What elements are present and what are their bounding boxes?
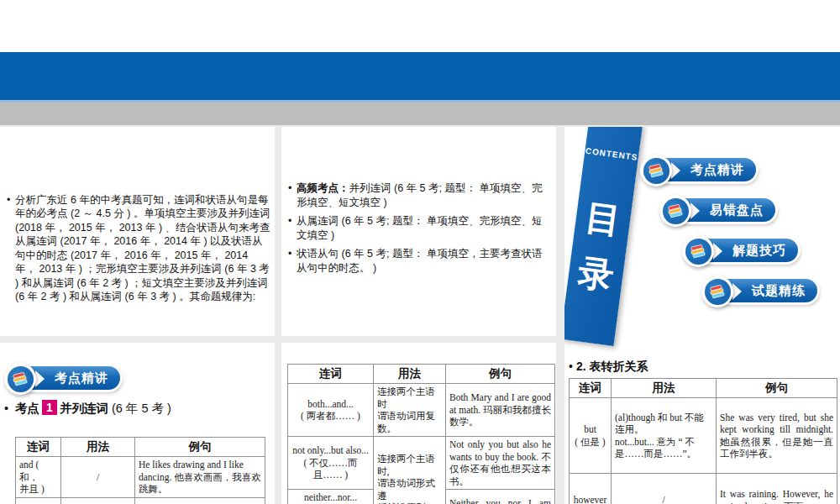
cell-usage-merged: 连接两个主语时, 谓语动词形式遵 循就近原则。 bbox=[374, 437, 446, 504]
contents-label: CONTENTS bbox=[585, 146, 639, 162]
nav-button-shiti-jinglian[interactable]: 试题精练 bbox=[701, 277, 819, 306]
bullet-lead: 高频考点： bbox=[297, 182, 349, 194]
chevron-right-icon bbox=[732, 283, 742, 300]
col-header: 用法 bbox=[612, 379, 717, 398]
cell-example: I don't like milk or juice. 我 bbox=[135, 497, 265, 504]
point-label: 考点 bbox=[15, 402, 39, 415]
nav-button-label: 解题技巧 bbox=[722, 239, 796, 262]
col-header: 连词 bbox=[16, 438, 61, 457]
table-row: both...and... ( 两者都…… ) 连接两个主语时 谓语动词用复数。… bbox=[288, 384, 555, 437]
chevron-right-icon bbox=[713, 243, 722, 260]
slide: 分析广东近 6 年的中考真题可知，连词和状语从句是每年的必考点 (2 ～ 4.5… bbox=[0, 0, 840, 504]
heading-text: 表转折关系 bbox=[586, 360, 648, 373]
nav-button-label: 试题精练 bbox=[742, 279, 816, 302]
nav-button-jieti-jiqiao[interactable]: 解题技巧 bbox=[682, 237, 800, 265]
point-suffix: (6 年 5 考 ) bbox=[108, 402, 171, 415]
key-points-panel: 高频考点：并列连词 (6 年 5 考; 题型： 单项填空、完形填空、短文填空 )… bbox=[281, 127, 556, 336]
icon-circle bbox=[682, 235, 714, 267]
gray-bar bbox=[0, 102, 840, 125]
col-header: 用法 bbox=[61, 438, 135, 457]
col-header: 连词 bbox=[288, 365, 374, 384]
key-points-list: 高频考点：并列连词 (6 年 5 考; 题型： 单项填空、完形填空、短文填空 )… bbox=[288, 181, 550, 280]
cell-usage: / bbox=[61, 457, 135, 498]
section-button-label: 考点精讲 bbox=[45, 366, 118, 390]
nav-button-yicuo-pandian[interactable]: 易错盘点 bbox=[659, 197, 777, 225]
contents-title-char: 目 bbox=[574, 198, 632, 240]
paired-conjunction-table: 连词 用法 例句 both...and... ( 两者都…… ) 连接两个主语时… bbox=[287, 364, 555, 504]
nav-button-label: 考点精讲 bbox=[680, 158, 754, 181]
contrast-conjunction-table: 连词 用法 例句 but ( 但是 ) (al)though 和 but 不能连… bbox=[569, 378, 837, 504]
exam-analysis-panel: 分析广东近 6 年的中考真题可知，连词和状语从句是每年的必考点 (2 ～ 4.5… bbox=[0, 127, 275, 336]
cell-example: It was raining. However, he arrived on t… bbox=[717, 474, 837, 504]
section1-panel: 考点精讲 考点1并列连词 (6 年 5 考 ) 连词 用法 例句 and ( 和… bbox=[0, 343, 275, 504]
cell-example: Not only you but also he wants to buy th… bbox=[446, 437, 555, 490]
table-row: and ( 和， 并且 ) / He likes drawing and I l… bbox=[16, 457, 265, 498]
title-blue-bar bbox=[0, 52, 840, 100]
col-header: 例句 bbox=[446, 365, 555, 384]
cell-usage: (al)though 和 but 不能连用。 not...but... 意为 “… bbox=[612, 398, 717, 474]
books-icon bbox=[663, 198, 689, 224]
col-header: 例句 bbox=[135, 438, 265, 457]
contents-title-char: 录 bbox=[567, 254, 625, 296]
cell-example: Both Mary and I are good at math. 玛丽和我都擅… bbox=[446, 384, 555, 437]
books-icon bbox=[705, 279, 731, 305]
heading-number: 2. bbox=[576, 360, 586, 373]
books-icon bbox=[643, 158, 669, 184]
cell-usage: / bbox=[612, 474, 717, 504]
bullet-text: 状语从句 (6 年 5 考; 题型： 单项填空，主要考查状语从句中的时态。 ) bbox=[297, 248, 542, 274]
bullet-text: 从属连词 (6 年 5 考; 题型： 单项填空、完形填空、短文填空 ) bbox=[297, 215, 542, 241]
list-item: 从属连词 (6 年 5 考; 题型： 单项填空、完形填空、短文填空 ) bbox=[288, 214, 550, 242]
cell-conjunction bbox=[16, 497, 61, 504]
icon-circle bbox=[640, 155, 672, 186]
table-row: but ( 但是 ) (al)though 和 but 不能连用。 not...… bbox=[570, 398, 837, 474]
cell-usage: 连接两个主语时 谓语动词用复数。 bbox=[374, 384, 446, 437]
col-header: 例句 bbox=[717, 379, 837, 398]
cell-example: She was very tired, but she kept working… bbox=[717, 398, 837, 474]
table-row: not only...but also... ( 不仅……而 且…… ) 连接两… bbox=[288, 437, 555, 490]
exam-analysis-paragraph: 分析广东近 6 年的中考真题可知，连词和状语从句是每年的必考点 (2 ～ 4.5… bbox=[7, 193, 270, 304]
nav-button-label: 易错盘点 bbox=[700, 198, 774, 222]
top-white-band bbox=[0, 0, 840, 52]
chevron-right-icon bbox=[35, 370, 45, 387]
table-row: 表并列时用于 I don't like milk or juice. 我 bbox=[16, 497, 265, 504]
col-header: 用法 bbox=[374, 365, 446, 384]
cell-usage: 表并列时用于 bbox=[61, 497, 135, 504]
cell-conjunction: but ( 但是 ) bbox=[570, 398, 612, 474]
contents-and-table-panel: CONTENTS 目 录 考点精讲 易错盘点 解题技 bbox=[564, 127, 840, 504]
cell-conjunction: and ( 和， 并且 ) bbox=[16, 457, 61, 498]
contents-ribbon: CONTENTS 目 录 bbox=[564, 127, 643, 346]
point-number-badge: 1 bbox=[42, 400, 57, 415]
point1-heading: 考点1并列连词 (6 年 5 考 ) bbox=[4, 400, 171, 417]
col-header: 连词 bbox=[570, 379, 612, 398]
cell-conjunction: however bbox=[570, 474, 612, 504]
coordinating-conjunction-table: 连词 用法 例句 and ( 和， 并且 ) / He likes drawin… bbox=[15, 437, 265, 504]
cell-conjunction: both...and... ( 两者都…… ) bbox=[288, 384, 374, 437]
table-row: however / It was raining. However, he ar… bbox=[570, 474, 837, 504]
books-icon bbox=[685, 239, 711, 265]
chevron-right-icon bbox=[671, 162, 680, 179]
chevron-right-icon bbox=[690, 202, 700, 219]
list-item: 状语从句 (6 年 5 考; 题型： 单项填空，主要考查状语从句中的时态。 ) bbox=[288, 247, 550, 275]
cell-conjunction: neither...nor... ( 既不……也 不…… ) bbox=[288, 490, 374, 504]
icon-circle bbox=[659, 195, 691, 227]
books-icon bbox=[8, 366, 34, 392]
icon-circle bbox=[4, 363, 36, 395]
icon-circle bbox=[701, 276, 733, 307]
section2-heading: 2. 表转折关系 bbox=[569, 360, 648, 375]
cell-example: Neither you nor I am wrong. 你和我都没错。 bbox=[446, 490, 555, 504]
cell-example: He likes drawing and I like dancing. 他喜欢… bbox=[135, 457, 265, 498]
section-header-button-kaodian-jingjiang[interactable]: 考点精讲 bbox=[4, 365, 122, 393]
nav-button-kaodian-jingjiang[interactable]: 考点精讲 bbox=[640, 156, 758, 185]
cell-conjunction: not only...but also... ( 不仅……而 且…… ) bbox=[288, 437, 374, 490]
paired-conjunction-panel: 连词 用法 例句 both...and... ( 两者都…… ) 连接两个主语时… bbox=[281, 343, 556, 504]
list-item: 高频考点：并列连词 (6 年 5 考; 题型： 单项填空、完形填空、短文填空 ) bbox=[288, 181, 550, 209]
point-title: 并列连词 bbox=[60, 402, 108, 415]
